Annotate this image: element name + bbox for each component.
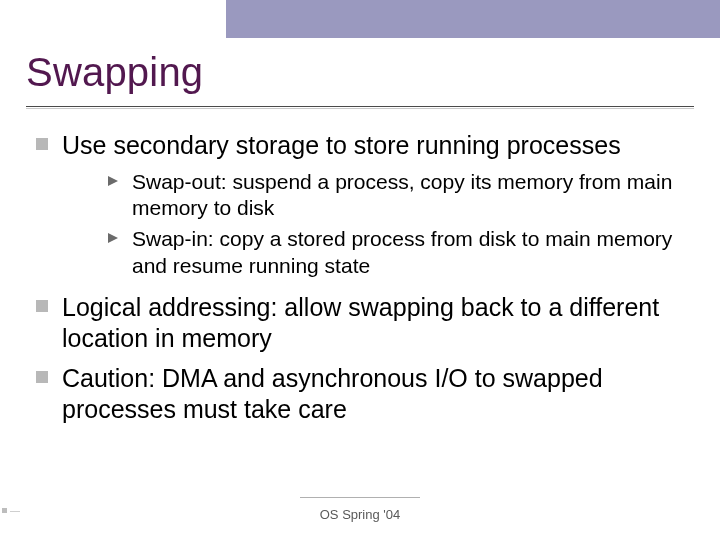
bullet-level2: Swap-out: suspend a process, copy its me… [62,169,696,223]
bullet-text: Swap-out: suspend a process, copy its me… [132,170,672,220]
slide-title: Swapping [26,50,203,95]
bullet-text: Caution: DMA and asynchronous I/O to swa… [62,364,603,423]
square-bullet-icon [36,300,48,312]
bullet-text: Swap-in: copy a stored process from disk… [132,227,672,277]
triangle-bullet-icon [108,176,118,186]
square-bullet-icon [36,371,48,383]
bullet-level1: Caution: DMA and asynchronous I/O to swa… [36,363,696,424]
header-accent-bar [226,0,720,38]
footer-rule [300,497,420,498]
slide-body: Use secondary storage to store running p… [36,130,696,434]
bullet-level2: Swap-in: copy a stored process from disk… [62,226,696,280]
square-bullet-icon [36,138,48,150]
bullet-text: Use secondary storage to store running p… [62,131,621,159]
slide-footer: OS Spring '04 [0,507,720,522]
bullet-level1: Use secondary storage to store running p… [36,130,696,280]
bullet-text: Logical addressing: allow swapping back … [62,293,659,352]
bullet-level1: Logical addressing: allow swapping back … [36,292,696,353]
title-underline-shadow [26,108,694,109]
sub-bullet-group: Swap-out: suspend a process, copy its me… [62,169,696,281]
corner-decoration-icon [2,508,18,516]
title-underline [26,106,694,107]
slide: Swapping Use secondary storage to store … [0,0,720,540]
triangle-bullet-icon [108,233,118,243]
